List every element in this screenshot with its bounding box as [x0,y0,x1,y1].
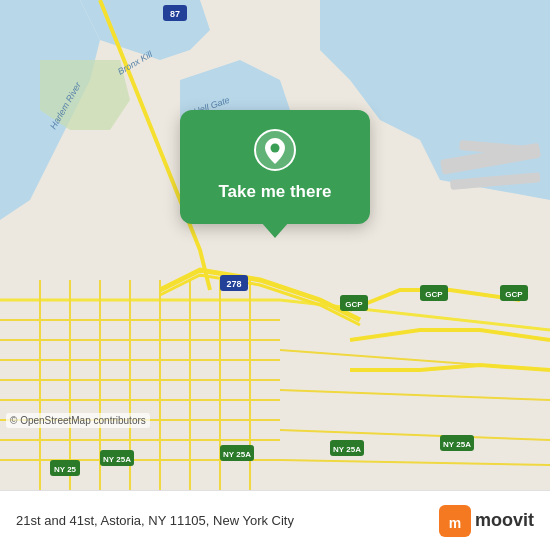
svg-text:87: 87 [170,9,180,19]
moovit-logo-text: moovit [475,510,534,531]
svg-text:NY 25A: NY 25A [103,455,131,464]
map-container: 87 278 NY 25 NY 25A NY 25A NY 25A NY 25A… [0,0,550,490]
moovit-logo-icon: m [439,505,471,537]
moovit-logo: m moovit [439,505,534,537]
take-me-there-button[interactable]: Take me there [218,182,331,202]
svg-text:278: 278 [226,279,241,289]
svg-text:GCP: GCP [505,290,523,299]
bottom-bar: 21st and 41st, Astoria, NY 11105, New Yo… [0,490,550,550]
svg-point-50 [271,144,280,153]
svg-text:GCP: GCP [425,290,443,299]
svg-text:NY 25A: NY 25A [443,440,471,449]
svg-text:m: m [449,515,461,531]
address-label: 21st and 41st, Astoria, NY 11105, New Yo… [16,513,439,528]
navigation-popup[interactable]: Take me there [180,110,370,224]
svg-text:NY 25A: NY 25A [333,445,361,454]
location-pin-icon [253,128,297,172]
map-attribution: © OpenStreetMap contributors [6,413,150,428]
svg-text:GCP: GCP [345,300,363,309]
svg-text:NY 25A: NY 25A [223,450,251,459]
svg-text:NY 25: NY 25 [54,465,77,474]
